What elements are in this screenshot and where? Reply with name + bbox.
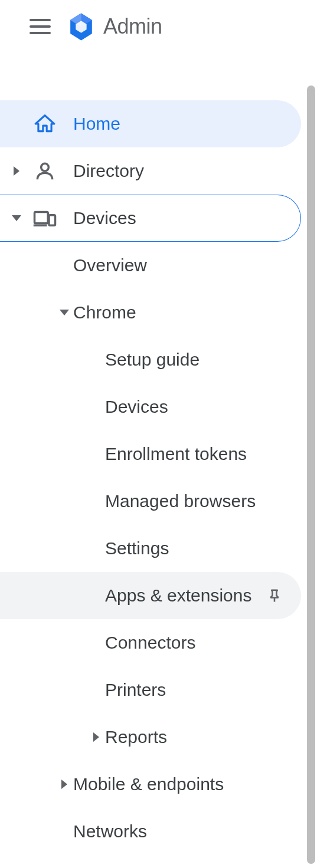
logo-container[interactable]: Admin [65, 11, 162, 43]
nav-label-setup-guide: Setup guide [105, 350, 200, 370]
home-icon [31, 110, 59, 138]
nav-label-chrome-devices: Devices [105, 397, 168, 417]
nav-label-settings: Settings [105, 538, 169, 558]
nav-item-settings[interactable]: Settings [0, 525, 301, 572]
expand-arrow-icon [87, 732, 105, 742]
svg-point-0 [41, 163, 49, 171]
expand-arrow-icon [11, 166, 22, 176]
nav-item-mobile-endpoints[interactable]: Mobile & endpoints [0, 761, 301, 808]
person-icon [31, 157, 59, 185]
nav-label-home: Home [73, 114, 120, 134]
nav-item-networks[interactable]: Networks [0, 808, 301, 855]
pin-icon[interactable] [257, 578, 292, 613]
nav-label-connectors: Connectors [105, 633, 195, 653]
nav-label-networks: Networks [73, 821, 147, 841]
nav-item-apps-extensions[interactable]: Apps & extensions [0, 572, 301, 619]
sidebar-nav: Home Directory Devices Overview [0, 100, 301, 855]
nav-label-printers: Printers [105, 680, 166, 700]
nav-label-overview: Overview [73, 255, 147, 275]
nav-item-overview[interactable]: Overview [0, 242, 301, 289]
nav-item-managed-browsers[interactable]: Managed browsers [0, 478, 301, 525]
nav-label-enrollment-tokens: Enrollment tokens [105, 444, 247, 464]
nav-item-home[interactable]: Home [0, 100, 301, 147]
expand-arrow-icon [55, 780, 73, 789]
nav-item-enrollment-tokens[interactable]: Enrollment tokens [0, 430, 301, 478]
hamburger-menu-icon[interactable] [30, 15, 53, 38]
svg-rect-1 [35, 212, 48, 223]
app-title: Admin [103, 14, 162, 39]
nav-item-reports[interactable]: Reports [0, 714, 301, 761]
svg-rect-2 [49, 215, 55, 226]
nav-label-apps-extensions: Apps & extensions [105, 586, 251, 606]
nav-item-devices[interactable]: Devices [0, 195, 301, 242]
nav-label-directory: Directory [73, 161, 144, 181]
nav-label-devices: Devices [73, 208, 136, 228]
scrollbar[interactable] [307, 86, 315, 864]
collapse-arrow-icon [11, 215, 22, 221]
nav-label-mobile-endpoints: Mobile & endpoints [73, 774, 224, 794]
nav-item-setup-guide[interactable]: Setup guide [0, 336, 301, 383]
nav-item-connectors[interactable]: Connectors [0, 619, 301, 666]
collapse-arrow-icon [55, 310, 73, 315]
nav-label-chrome: Chrome [73, 303, 136, 323]
devices-icon [31, 204, 59, 232]
nav-item-printers[interactable]: Printers [0, 666, 301, 714]
nav-item-directory[interactable]: Directory [0, 147, 301, 195]
app-header: Admin [0, 0, 327, 53]
nav-label-reports: Reports [105, 727, 167, 747]
nav-item-chrome-devices[interactable]: Devices [0, 383, 301, 430]
nav-item-chrome[interactable]: Chrome [0, 289, 301, 336]
admin-logo-icon [65, 11, 97, 43]
nav-label-managed-browsers: Managed browsers [105, 491, 256, 511]
